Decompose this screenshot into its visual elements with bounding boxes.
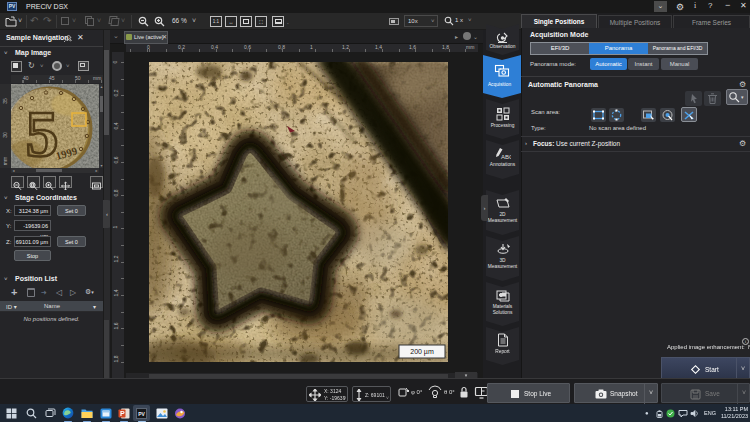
svg-text:ABC: ABC [501, 154, 511, 160]
svg-text:200 µm: 200 µm [410, 348, 434, 356]
svg-text:P: P [120, 410, 125, 417]
svg-text:5: 5 [26, 97, 59, 168]
